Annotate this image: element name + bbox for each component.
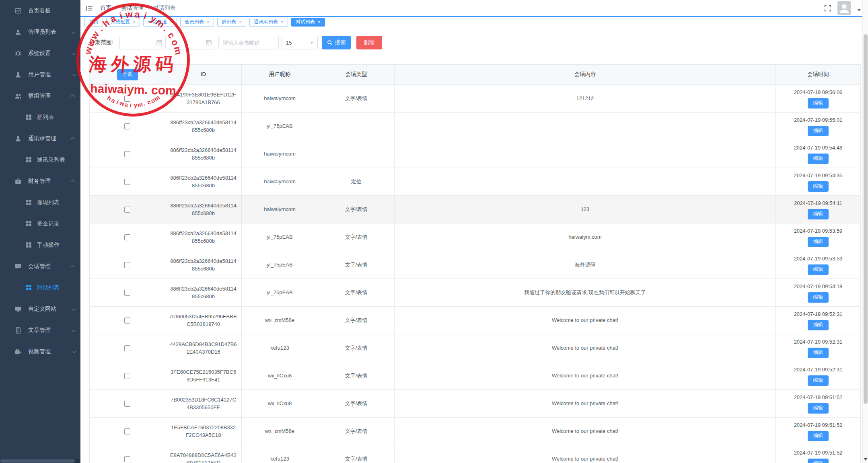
timestamp: 2024-07-19 09:54:35 xyxy=(794,172,843,180)
edit-button[interactable]: 编辑 xyxy=(808,209,829,219)
tab-dialog-list[interactable]: 对话列表× xyxy=(291,18,325,27)
sidebar-item-custom-website[interactable]: 自定义网站 xyxy=(0,298,80,320)
grid-icon xyxy=(25,199,32,205)
sidebar-item-admin-list[interactable]: 管理员列表 xyxy=(0,21,80,43)
sidebar-item-session-management[interactable]: 会话管理 xyxy=(0,256,80,277)
edit-button[interactable]: 编辑 xyxy=(808,459,829,463)
tab-one-key-send[interactable]: 一键发送× xyxy=(143,18,177,27)
sidebar-item-contacts-list[interactable]: 通讯录列表 xyxy=(0,149,80,170)
breadcrumb-session[interactable]: 会话管理 xyxy=(121,4,144,12)
row-checkbox[interactable] xyxy=(124,207,130,213)
avatar[interactable] xyxy=(837,1,851,15)
search-button-label: 搜索 xyxy=(335,39,346,46)
sidebar: 首页看板管理员列表系统设置用户管理群组管理群列表通讯录管理通讯录列表财务管理提现… xyxy=(0,0,80,463)
row-checkbox[interactable] xyxy=(124,262,130,268)
cell-nickname: wx_zmM56e xyxy=(242,418,318,445)
scrollbar-down-arrow-icon[interactable] xyxy=(864,458,867,461)
page-scrollbar[interactable] xyxy=(862,0,868,463)
nickname-search-input[interactable] xyxy=(218,36,279,49)
cell-id: E8A784888D0C5AE6A4B42B9791F125FD xyxy=(165,445,242,463)
search-button[interactable]: 搜索 xyxy=(322,36,351,49)
edit-button[interactable]: 编辑 xyxy=(808,348,829,358)
sidebar-item-dialog-list[interactable]: 对话列表 xyxy=(0,277,80,298)
sidebar-item-article-management[interactable]: 文章管理 xyxy=(0,320,80,341)
delete-button[interactable]: 删除 xyxy=(356,36,382,49)
tab-system-config[interactable]: 系统配置× xyxy=(106,18,140,27)
header-select-all: 全选 xyxy=(90,65,165,84)
sidebar-item-finance-management[interactable]: 财务管理 xyxy=(0,170,80,192)
sidebar-item-manual-operation[interactable]: 手动操作 xyxy=(0,234,80,256)
tab-close-icon[interactable]: × xyxy=(318,20,321,25)
sidebar-item-funds-record[interactable]: 资金记录 xyxy=(0,213,80,234)
sidebar-scrollbar-thumb[interactable] xyxy=(0,459,75,463)
sidebar-item-withdraw-list[interactable]: 提现列表 xyxy=(0,192,80,213)
sidebar-item-system-settings[interactable]: 系统设置 xyxy=(0,43,80,64)
edit-button[interactable]: 编辑 xyxy=(808,154,829,164)
tab-close-icon[interactable]: × xyxy=(281,20,284,25)
cell-time: 2024-07-19 09:51:52编辑 xyxy=(776,390,860,417)
tab-label: 通讯录列表 xyxy=(254,18,278,25)
cell-id: 886ff23cb2a326640de58114855c680b xyxy=(165,113,242,140)
sidebar-item-video-management[interactable]: 视频管理 xyxy=(0,341,80,362)
cell-content: 我通过了你的朋友验证请求,现在我们可以开始聊天了 xyxy=(395,279,776,306)
row-checkbox[interactable] xyxy=(124,345,130,351)
sidebar-item-contacts-management[interactable]: 通讯录管理 xyxy=(0,128,80,149)
cell-nickname: wx_llCxu8 xyxy=(242,390,318,417)
cell-id: 886ff23cb2a326640de58114855c680b xyxy=(165,168,242,195)
sidebar-item-user-management[interactable]: 用户管理 xyxy=(0,64,80,85)
cell-nickname: yl_75pEAB xyxy=(242,223,318,251)
row-checkbox[interactable] xyxy=(124,318,130,324)
row-checkbox[interactable] xyxy=(124,428,130,434)
table-row: E8A784888D0C5AE6A4B42B9791F125FDkefu123文… xyxy=(90,445,860,463)
edit-button[interactable]: 编辑 xyxy=(808,431,829,441)
edit-button[interactable]: 编辑 xyxy=(808,181,829,192)
edit-button[interactable]: 编辑 xyxy=(808,98,829,109)
tab-contacts-list[interactable]: 通讯录列表× xyxy=(249,18,288,27)
sidebar-item-group-management[interactable]: 群组管理 xyxy=(0,85,80,107)
edit-button[interactable]: 编辑 xyxy=(808,264,829,275)
row-checkbox[interactable] xyxy=(124,151,130,157)
edit-button[interactable]: 编辑 xyxy=(808,292,829,303)
cell-nickname: kefu123 xyxy=(242,334,318,362)
tab-home[interactable]: 首页 xyxy=(84,18,103,27)
chevron-down-icon xyxy=(72,348,76,353)
page-size-select[interactable]: 15 xyxy=(282,36,318,49)
sidebar-item-dashboard[interactable]: 首页看板 xyxy=(0,0,80,21)
breadcrumb-home[interactable]: 首页 xyxy=(100,4,111,12)
row-checkbox[interactable] xyxy=(124,96,130,102)
row-checkbox[interactable] xyxy=(124,290,130,296)
tab-close-icon[interactable]: × xyxy=(170,20,173,25)
edit-button[interactable]: 编辑 xyxy=(808,375,829,386)
row-checkbox[interactable] xyxy=(124,234,130,240)
date-end-input[interactable] xyxy=(168,36,215,49)
tab-close-icon[interactable]: × xyxy=(239,20,242,25)
row-checkbox[interactable] xyxy=(124,401,130,407)
cell-type: 文字/表情 xyxy=(318,279,395,306)
sidebar-scrollbar[interactable] xyxy=(0,459,80,463)
tab-close-icon[interactable]: × xyxy=(207,20,210,25)
row-checkbox[interactable] xyxy=(124,123,130,129)
chat-icon xyxy=(14,263,23,270)
menu-collapse-icon[interactable] xyxy=(86,5,93,11)
table-row: 886ff23cb2a326640de58114855c680byl_75pEA… xyxy=(90,279,860,307)
row-checkbox[interactable] xyxy=(124,456,130,462)
edit-button[interactable]: 编辑 xyxy=(808,126,829,136)
sidebar-item-label: 文章管理 xyxy=(28,327,69,334)
row-checkbox[interactable] xyxy=(124,373,130,379)
page-scrollbar-thumb[interactable] xyxy=(864,34,868,404)
timestamp: 2024-07-19 09:52:31 xyxy=(794,338,843,346)
tab-close-icon[interactable]: × xyxy=(133,20,136,25)
user-menu-caret-icon[interactable] xyxy=(858,9,861,11)
fullscreen-icon[interactable] xyxy=(824,5,831,12)
sidebar-item-group-list[interactable]: 群列表 xyxy=(0,107,80,128)
edit-button[interactable]: 编辑 xyxy=(808,237,829,247)
date-start-input[interactable] xyxy=(119,36,166,49)
edit-button[interactable]: 编辑 xyxy=(808,403,829,414)
tab-member-list[interactable]: 会员列表× xyxy=(180,18,214,27)
tab-group-list[interactable]: 群列表× xyxy=(217,18,246,27)
row-checkbox[interactable] xyxy=(124,179,130,185)
select-all-button[interactable]: 全选 xyxy=(117,69,138,80)
edit-button[interactable]: 编辑 xyxy=(808,320,829,330)
sidebar-item-label: 管理员列表 xyxy=(28,29,69,36)
timestamp: 2024-07-19 09:53:53 xyxy=(794,255,843,263)
